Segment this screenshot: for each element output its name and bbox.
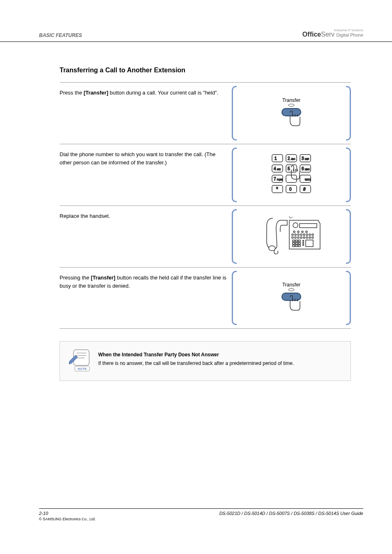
page-number: 2-10 — [39, 511, 96, 516]
svg-text:3: 3 — [302, 156, 304, 161]
svg-text:MNO: MNO — [305, 168, 310, 171]
svg-rect-2 — [272, 155, 283, 162]
svg-text:ABC: ABC — [291, 158, 295, 160]
section-title: Transferring a Call to Another Extension — [60, 67, 351, 74]
note-title: When the Intended Transfer Party Does No… — [98, 351, 294, 358]
step-illustration: 1 2ABC 3DEF 4GHI 5 6MNO 7PQRS WXYZ * 0 # — [232, 144, 351, 205]
header-section-label: BASIC FEATURES — [39, 32, 82, 38]
bracket-icon — [346, 271, 351, 325]
svg-text:NOTE: NOTE — [78, 367, 87, 371]
svg-text:2: 2 — [288, 156, 290, 161]
bracket-icon — [232, 209, 237, 264]
bracket-icon — [232, 86, 237, 141]
page-content: Transferring a Call to Another Extension… — [0, 42, 392, 381]
svg-rect-1 — [282, 108, 301, 116]
step-text: Dial the phone number to which you want … — [60, 144, 232, 205]
brand-logo: OfficeServ Digital Phone — [302, 31, 363, 38]
step-row: Replace the handset. — [60, 205, 351, 267]
copyright: © SAMSUNG Electronics Co., Ltd. — [39, 517, 96, 521]
transfer-button-illustration: Transfer — [269, 91, 314, 136]
step-illustration: Transfer — [232, 268, 351, 328]
svg-point-65 — [269, 246, 275, 251]
transfer-label: Transfer — [282, 97, 300, 103]
bracket-icon — [346, 209, 351, 264]
step-illustration: Transfer — [232, 83, 351, 144]
svg-text:#: # — [303, 187, 306, 192]
transfer-label: Transfer — [282, 282, 300, 288]
svg-text:4: 4 — [274, 166, 276, 171]
svg-text:GHI: GHI — [277, 168, 281, 171]
logo-sub: Digital Phone — [337, 32, 363, 37]
footer-title: DS-5021D / DS-5014D / DS-5007S / DS-5038… — [219, 511, 363, 521]
svg-text:5: 5 — [288, 166, 290, 171]
bracket-icon — [232, 271, 237, 325]
bracket-icon — [346, 86, 351, 141]
svg-text:*: * — [276, 186, 278, 192]
bracket-icon — [232, 148, 237, 202]
page-header: BASIC FEATURES Enterprise IP Solutions O… — [0, 0, 392, 42]
svg-point-0 — [288, 104, 294, 106]
step-row: Press the [Transfer] button during a cal… — [60, 82, 351, 144]
header-brand: Enterprise IP Solutions OfficeServ Digit… — [302, 29, 363, 38]
logo-bold: Office — [302, 31, 321, 38]
bracket-icon — [346, 148, 351, 202]
svg-rect-67 — [282, 293, 301, 300]
note-body: If there is no answer, the call will be … — [98, 360, 294, 367]
transfer-button-illustration: Transfer — [269, 275, 314, 321]
svg-text:6: 6 — [302, 166, 304, 171]
svg-text:DEF: DEF — [305, 158, 309, 160]
svg-text:1: 1 — [274, 156, 277, 161]
svg-point-31 — [293, 223, 298, 228]
svg-point-66 — [288, 289, 294, 291]
note-content: When the Intended Transfer Party Does No… — [98, 349, 294, 367]
step-text: Pressing the [Transfer] button recalls t… — [60, 268, 232, 328]
note-icon: NOTE — [67, 349, 92, 373]
step-row: Pressing the [Transfer] button recalls t… — [60, 267, 351, 329]
page-footer: 2-10 © SAMSUNG Electronics Co., Ltd. DS-… — [39, 508, 363, 521]
step-illustration — [232, 206, 351, 267]
svg-text:WXYZ: WXYZ — [305, 178, 311, 181]
svg-text:0: 0 — [289, 187, 292, 192]
svg-text:PQRS: PQRS — [277, 178, 283, 181]
step-row: Dial the phone number to which you want … — [60, 144, 351, 205]
note-box: NOTE When the Intended Transfer Party Do… — [60, 341, 351, 381]
logo-light: Serv — [321, 31, 334, 38]
svg-rect-30 — [300, 224, 317, 228]
keypad-illustration: 1 2ABC 3DEF 4GHI 5 6MNO 7PQRS WXYZ * 0 # — [261, 146, 322, 204]
svg-text:7: 7 — [274, 177, 276, 181]
phone-hangup-illustration — [252, 210, 330, 263]
step-text: Replace the handset. — [60, 206, 232, 267]
step-text: Press the [Transfer] button during a cal… — [60, 83, 232, 144]
